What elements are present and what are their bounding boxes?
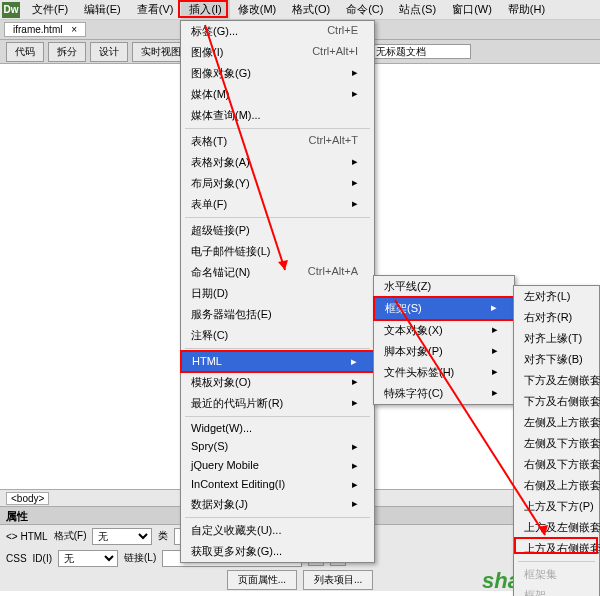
frame-frameset: 框架集: [514, 564, 599, 585]
menu-edit[interactable]: 编辑(E): [76, 0, 129, 19]
link-label: 链接(L): [124, 551, 156, 565]
menu-image-objects[interactable]: 图像对象(G)▸: [181, 63, 374, 84]
menu-frames[interactable]: 框架(S)▸: [373, 296, 515, 321]
menu-spry[interactable]: Spry(S)▸: [181, 437, 374, 456]
menubar: Dw 文件(F) 编辑(E) 查看(V) 插入(I) 修改(M) 格式(O) 命…: [0, 0, 600, 20]
split-view-button[interactable]: 拆分: [48, 42, 86, 62]
menu-help[interactable]: 帮助(H): [500, 0, 553, 19]
format-select[interactable]: 无: [92, 528, 152, 545]
menu-modify[interactable]: 修改(M): [230, 0, 285, 19]
menu-jquery-mobile[interactable]: jQuery Mobile▸: [181, 456, 374, 475]
menu-data-objects[interactable]: 数据对象(J)▸: [181, 494, 374, 515]
menu-text-objects[interactable]: 文本对象(X)▸: [374, 320, 514, 341]
frame-bottom-right[interactable]: 下方及右侧嵌套(M): [514, 391, 599, 412]
menu-favorites[interactable]: 自定义收藏夹(U)...: [181, 520, 374, 541]
tab-label: iframe.html: [13, 24, 62, 35]
frame-left-bottom[interactable]: 左侧及下方嵌套: [514, 433, 599, 454]
frame-top[interactable]: 对齐上缘(T): [514, 328, 599, 349]
design-view-button[interactable]: 设计: [90, 42, 128, 62]
close-icon[interactable]: ×: [71, 24, 77, 35]
menu-script-objects[interactable]: 脚本对象(P)▸: [374, 341, 514, 362]
insert-dropdown: 标签(G)...Ctrl+E 图像(I)Ctrl+Alt+I 图像对象(G)▸ …: [180, 20, 375, 563]
css-mode-label[interactable]: CSS: [6, 553, 27, 564]
frame-frame: 框架: [514, 585, 599, 596]
menu-ssi[interactable]: 服务器端包括(E): [181, 304, 374, 325]
frame-bottom-left[interactable]: 下方及左侧嵌套(N): [514, 370, 599, 391]
frame-left[interactable]: 左对齐(L): [514, 286, 599, 307]
html-mode-label[interactable]: <> HTML: [6, 531, 48, 542]
menu-email-link[interactable]: 电子邮件链接(L): [181, 241, 374, 262]
frame-right-bottom[interactable]: 右侧及下方嵌套(I): [514, 454, 599, 475]
menu-incontext[interactable]: InContext Editing(I)▸: [181, 475, 374, 494]
menu-view[interactable]: 查看(V): [129, 0, 182, 19]
frame-top-bottom[interactable]: 上方及下方(P): [514, 496, 599, 517]
menu-file[interactable]: 文件(F): [24, 0, 76, 19]
menu-html[interactable]: HTML▸: [180, 350, 375, 373]
app-logo: Dw: [2, 2, 20, 18]
menu-named-anchor[interactable]: 命名锚记(N)Ctrl+Alt+A: [181, 262, 374, 283]
title-input[interactable]: [371, 44, 471, 59]
menu-media[interactable]: 媒体(M)▸: [181, 84, 374, 105]
menu-window[interactable]: 窗口(W): [444, 0, 500, 19]
class-label: 类: [158, 529, 168, 543]
menu-table[interactable]: 表格(T)Ctrl+Alt+T: [181, 131, 374, 152]
menu-command[interactable]: 命令(C): [338, 0, 391, 19]
menu-tag[interactable]: 标签(G)...Ctrl+E: [181, 21, 374, 42]
frames-submenu: 左对齐(L) 右对齐(R) 对齐上缘(T) 对齐下缘(B) 下方及左侧嵌套(N)…: [513, 285, 600, 596]
document-tab[interactable]: iframe.html ×: [4, 22, 86, 37]
menu-hyperlink[interactable]: 超级链接(P): [181, 220, 374, 241]
menu-form[interactable]: 表单(F)▸: [181, 194, 374, 215]
menu-template-objects[interactable]: 模板对象(O)▸: [181, 372, 374, 393]
menu-media-query[interactable]: 媒体查询(M)...: [181, 105, 374, 126]
frame-right-top[interactable]: 右侧及上方嵌套(G): [514, 475, 599, 496]
html-submenu: 水平线(Z) 框架(S)▸ 文本对象(X)▸ 脚本对象(P)▸ 文件头标签(H)…: [373, 275, 515, 405]
menu-head-tags[interactable]: 文件头标签(H)▸: [374, 362, 514, 383]
menu-site[interactable]: 站点(S): [391, 0, 444, 19]
menu-recent-snippets[interactable]: 最近的代码片断(R)▸: [181, 393, 374, 414]
frame-top-left[interactable]: 上方及左侧嵌套(O): [514, 517, 599, 538]
menu-get-more[interactable]: 获取更多对象(G)...: [181, 541, 374, 562]
menu-format[interactable]: 格式(O): [284, 0, 338, 19]
menu-hr[interactable]: 水平线(Z): [374, 276, 514, 297]
id-select[interactable]: 无: [58, 550, 118, 567]
frame-right[interactable]: 右对齐(R): [514, 307, 599, 328]
menu-image[interactable]: 图像(I)Ctrl+Alt+I: [181, 42, 374, 63]
menu-insert[interactable]: 插入(I): [181, 0, 229, 19]
id-label: ID(I): [33, 553, 52, 564]
frame-top-right[interactable]: 上方及右侧嵌套: [514, 538, 599, 559]
menu-table-objects[interactable]: 表格对象(A)▸: [181, 152, 374, 173]
code-view-button[interactable]: 代码: [6, 42, 44, 62]
menu-layout-objects[interactable]: 布局对象(Y)▸: [181, 173, 374, 194]
page-properties-button[interactable]: 页面属性...: [227, 570, 297, 590]
menu-special-chars[interactable]: 特殊字符(C)▸: [374, 383, 514, 404]
frame-bottom[interactable]: 对齐下缘(B): [514, 349, 599, 370]
body-tag[interactable]: <body>: [6, 492, 49, 505]
menu-comment[interactable]: 注释(C): [181, 325, 374, 346]
frame-left-top[interactable]: 左侧及上方嵌套(F): [514, 412, 599, 433]
menu-widget[interactable]: Widget(W)...: [181, 419, 374, 437]
menu-date[interactable]: 日期(D): [181, 283, 374, 304]
format-label: 格式(F): [54, 529, 87, 543]
list-item-button[interactable]: 列表项目...: [303, 570, 373, 590]
